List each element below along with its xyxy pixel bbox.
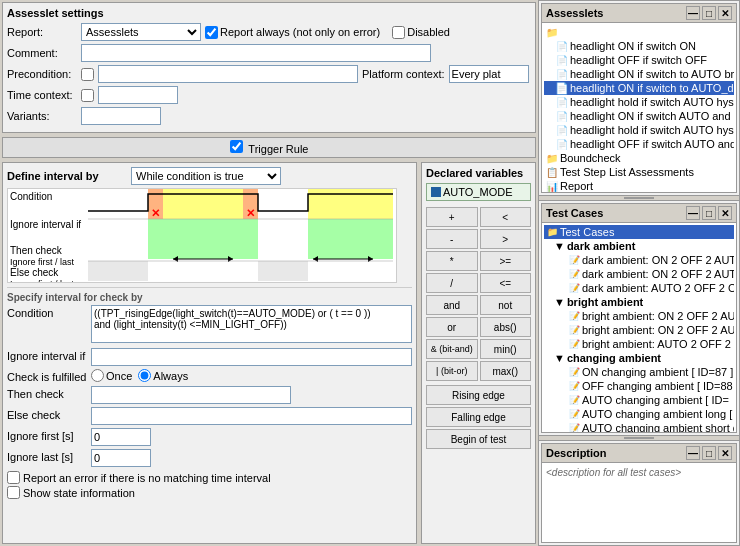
tc-root-icon: 📁 [546, 226, 558, 238]
tc-bright-1[interactable]: 📝 bright ambient: ON 2 OFF 2 AUTO 2 [544, 309, 734, 323]
tc-minimize-btn[interactable]: — [686, 206, 700, 220]
op-and-btn[interactable]: and [426, 295, 478, 315]
tree-root[interactable]: 📁 [544, 25, 734, 39]
op-mul-btn[interactable]: * [426, 251, 478, 271]
once-radio-label[interactable]: Once [91, 369, 132, 382]
time-context-check[interactable] [81, 89, 94, 102]
tree-item-2[interactable]: 📄 headlight ON if switch to AUTO bright [544, 67, 734, 81]
tc-category-dark[interactable]: ▼ dark ambient [544, 239, 734, 253]
show-state-label[interactable]: Show state information [7, 486, 412, 499]
tc-bright-2[interactable]: 📝 bright ambient: ON 2 OFF 2 AUTO 2 [544, 323, 734, 337]
define-interval-dropdown[interactable]: While condition is true [131, 167, 281, 185]
op-not-btn[interactable]: not [480, 295, 532, 315]
platform-context-input[interactable] [449, 65, 529, 83]
then-check-input[interactable]: headlight(t) == true [91, 386, 291, 404]
op-lte-btn[interactable]: <= [480, 273, 532, 293]
op-gt-btn[interactable]: > [480, 229, 532, 249]
else-check-input[interactable] [91, 407, 412, 425]
specify-condition-input[interactable]: ((TPT_risingEdge(light_switch(t)==AUTO_M… [91, 305, 412, 343]
desc-maximize-btn[interactable]: □ [702, 446, 716, 460]
define-interval-label: Define interval by [7, 170, 127, 182]
comment-input[interactable] [81, 44, 431, 62]
once-radio[interactable] [91, 369, 104, 382]
ignore-last-input[interactable] [91, 449, 151, 467]
tree-item-6[interactable]: 📄 headlight hold if switch AUTO hysteres [544, 123, 734, 137]
tc-changing-4[interactable]: 📝 AUTO changing ambient long [ [544, 407, 734, 421]
precondition-input[interactable] [98, 65, 358, 83]
svg-rect-3 [308, 219, 393, 259]
tree-splitter[interactable] [539, 195, 739, 201]
precondition-check[interactable] [81, 68, 94, 81]
file-icon-4: 📄 [556, 96, 568, 108]
tree-item-0[interactable]: 📄 headlight ON if switch ON [544, 39, 734, 53]
tc-category-changing[interactable]: ▼ changing ambient [544, 351, 734, 365]
tree-item-teststep[interactable]: 📋 Test Step List Assessments [544, 165, 734, 179]
op-max-btn[interactable]: max() [480, 361, 532, 381]
report-error-check[interactable] [7, 471, 20, 484]
tree-item-3[interactable]: 📄 headlight ON if switch to AUTO_dark ar [544, 81, 734, 95]
op-minus-btn[interactable]: - [426, 229, 478, 249]
op-gte-btn[interactable]: >= [480, 251, 532, 271]
tree-item-7[interactable]: 📄 headlight OFF if switch AUTO and brig [544, 137, 734, 151]
declared-vars-title: Declared variables [426, 167, 531, 179]
tree-minimize-btn[interactable]: — [686, 6, 700, 20]
desc-close-btn[interactable]: ✕ [718, 446, 732, 460]
tree-item-boundcheck[interactable]: 📁 Boundcheck [544, 151, 734, 165]
show-state-check[interactable] [7, 486, 20, 499]
op-abs-btn[interactable]: abs() [480, 317, 532, 337]
tc-close-btn[interactable]: ✕ [718, 206, 732, 220]
tree-item-4[interactable]: 📄 headlight hold if switch AUTO hysteres [544, 95, 734, 109]
report-error-label[interactable]: Report an error if there is no matching … [7, 471, 412, 484]
always-radio-label[interactable]: Always [138, 369, 188, 382]
tc-category-bright[interactable]: ▼ bright ambient [544, 295, 734, 309]
report-always-check[interactable]: Report always (not only on error) [205, 26, 380, 39]
op-bitor-btn[interactable]: | (bit-or) [426, 361, 478, 381]
always-radio[interactable] [138, 369, 151, 382]
tree-close-btn[interactable]: ✕ [718, 6, 732, 20]
ignore-first-input[interactable] [91, 428, 151, 446]
tc-dark-1[interactable]: 📝 dark ambient: ON 2 OFF 2 AUTO 2 d [544, 253, 734, 267]
var-name: AUTO_MODE [443, 186, 512, 198]
condition-waveform-label: Condition [10, 191, 52, 202]
define-interval-panel: Define interval by While condition is tr… [2, 162, 417, 544]
tc-root[interactable]: 📁 Test Cases [544, 225, 734, 239]
rising-edge-btn[interactable]: Rising edge [426, 385, 531, 405]
assesslets-tree-content: 📁 📄 headlight ON if switch ON 📄 headligh… [542, 23, 736, 192]
svg-rect-2 [148, 219, 258, 259]
description-title: Description — □ ✕ [542, 444, 736, 463]
assesslets-tree-panel: Assesslets — □ ✕ 📁 📄 headlight ON if swi… [541, 3, 737, 193]
tc-changing-1[interactable]: 📝 ON changing ambient [ ID=87 ] [544, 365, 734, 379]
op-plus-btn[interactable]: + [426, 207, 478, 227]
trigger-rule-label[interactable]: Trigger Rule [230, 143, 309, 155]
tc-changing-3[interactable]: 📝 AUTO changing ambient [ ID= [544, 393, 734, 407]
op-min-btn[interactable]: min() [480, 339, 532, 359]
tc-changing-5[interactable]: 📝 AUTO changing ambient short dark [544, 421, 734, 432]
tc-bright-icon-3: 📝 [568, 338, 580, 350]
ignore-last-label: Ignore last [s] [7, 449, 87, 463]
tc-bright-3[interactable]: 📝 bright ambient: AUTO 2 OFF 2 ON 2 [544, 337, 734, 351]
tc-dark-2[interactable]: 📝 dark ambient: ON 2 OFF 2 AUTO 2 d [544, 267, 734, 281]
trigger-rule-check[interactable] [230, 140, 243, 153]
tree-item-1[interactable]: 📄 headlight OFF if switch OFF [544, 53, 734, 67]
time-context-input[interactable]: Always [98, 86, 178, 104]
op-bitand-btn[interactable]: & (bit-and) [426, 339, 478, 359]
op-lt-btn[interactable]: < [480, 207, 532, 227]
specify-section: Specify interval for check by Condition … [7, 287, 412, 499]
falling-edge-btn[interactable]: Falling edge [426, 407, 531, 427]
specify-ignore-input[interactable] [91, 348, 412, 366]
tc-splitter[interactable] [539, 435, 739, 441]
op-div-btn[interactable]: / [426, 273, 478, 293]
tree-item-5[interactable]: 📄 headlight ON if switch AUTO and dark [544, 109, 734, 123]
tc-bright-icon-1: 📝 [568, 310, 580, 322]
desc-minimize-btn[interactable]: — [686, 446, 700, 460]
tree-maximize-btn[interactable]: □ [702, 6, 716, 20]
op-or-btn[interactable]: or [426, 317, 478, 337]
tc-maximize-btn[interactable]: □ [702, 206, 716, 220]
tc-dark-3[interactable]: 📝 dark ambient: AUTO 2 OFF 2 ON 2 d [544, 281, 734, 295]
begin-of-test-btn[interactable]: Begin of test [426, 429, 531, 449]
tc-changing-2[interactable]: 📝 OFF changing ambient [ ID=88 ] [544, 379, 734, 393]
tree-item-report[interactable]: 📊 Report [544, 179, 734, 192]
disabled-check[interactable]: Disabled [392, 26, 450, 39]
variants-input[interactable]: All variants [81, 107, 161, 125]
report-dropdown[interactable]: Assesslets [81, 23, 201, 41]
